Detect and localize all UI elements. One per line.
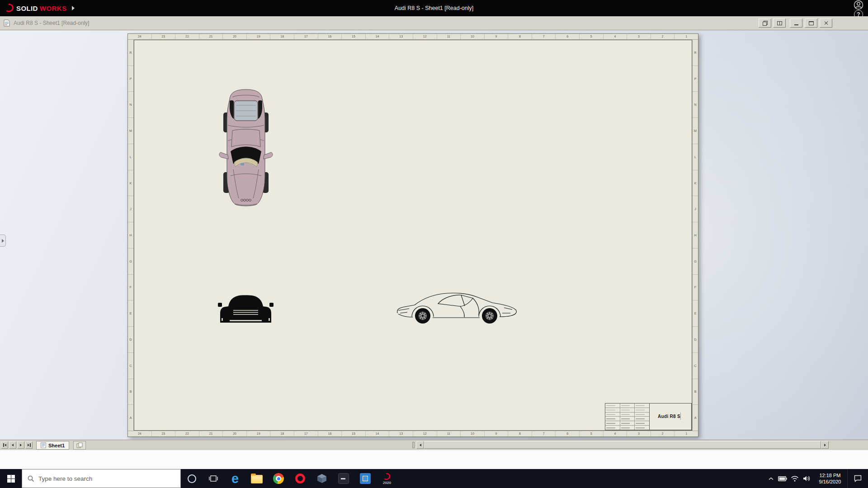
zone-number: 17 — [294, 431, 318, 436]
file-explorer-icon — [251, 475, 263, 483]
front-view-drawing[interactable] — [218, 286, 274, 325]
arrow-left-icon — [12, 444, 14, 446]
zone-letter: M — [693, 118, 698, 144]
zone-letter: R — [128, 40, 133, 66]
zone-number: 2 — [651, 34, 675, 39]
zone-letter: F — [693, 275, 698, 301]
menu-expand-arrow-icon[interactable] — [72, 6, 75, 10]
sheet-nav-next-button[interactable] — [17, 441, 24, 449]
sheet-nav-prev-button[interactable] — [9, 441, 16, 449]
zone-number: 19 — [247, 34, 271, 39]
side-view-drawing[interactable] — [394, 288, 521, 327]
network-button[interactable] — [788, 469, 801, 488]
zone-number: 8 — [508, 34, 532, 39]
add-sheet-tab[interactable] — [73, 441, 86, 450]
zone-number: 14 — [366, 34, 390, 39]
zone-number: 4 — [604, 34, 627, 39]
top-view-drawing[interactable] — [217, 87, 275, 209]
file-explorer-button[interactable] — [246, 469, 268, 488]
title-block-grid — [605, 404, 650, 430]
task-view-button[interactable] — [203, 469, 224, 488]
document-titlebar: Audi R8 S - Sheet1 [Read-only] — [0, 16, 868, 30]
featuremanager-collapse-tab[interactable] — [0, 235, 6, 247]
sheet-tab-bar: Sheet1 — [0, 440, 868, 450]
drawing-document-icon — [4, 19, 10, 28]
zone-number: 18 — [270, 431, 294, 436]
window-title: Audi R8 S - Sheet1 [Read-only] — [0, 0, 868, 16]
action-center-button[interactable] — [847, 469, 868, 488]
taskbar-app-button-4[interactable] — [354, 469, 376, 488]
zone-number: 5 — [580, 431, 604, 436]
zone-number: 14 — [366, 431, 390, 436]
sheet-icon — [41, 442, 46, 448]
zone-letter: K — [128, 170, 133, 197]
cascade-icon — [763, 21, 768, 26]
zone-number: 2 — [651, 431, 675, 436]
blue-window-app-icon — [360, 473, 371, 484]
taskbar-app-button-3[interactable] — [333, 469, 354, 488]
zone-letter: F — [128, 275, 133, 301]
tray-expand-button[interactable] — [765, 469, 776, 488]
zone-letter: H — [128, 222, 133, 249]
zone-number: 21 — [199, 431, 223, 436]
zone-ruler-bottom: 242322212019181716151413121110987654321 — [128, 431, 698, 436]
zone-number: 24 — [128, 431, 152, 436]
doc-close-button[interactable] — [820, 19, 832, 28]
system-tray: 12:18 PM 9/16/2020 — [765, 469, 868, 488]
splitter-handle[interactable] — [412, 442, 415, 448]
zone-number: 9 — [485, 431, 509, 436]
cube-app-icon — [316, 473, 327, 484]
zone-number: 10 — [461, 34, 485, 39]
clock[interactable]: 12:18 PM 9/16/2020 — [813, 472, 847, 485]
account-button[interactable] — [849, 0, 868, 10]
cortana-button[interactable] — [181, 469, 203, 488]
solidworks-taskbar-button[interactable]: 2020 — [376, 469, 398, 488]
taskbar: e 2020 — [0, 469, 868, 488]
zone-number: 8 — [508, 431, 532, 436]
logo-text-works: WORKS — [40, 5, 67, 12]
volume-icon — [803, 475, 811, 482]
arrow-right-icon — [20, 444, 22, 446]
zone-letter: H — [693, 222, 698, 249]
add-sheet-icon — [76, 442, 83, 448]
app-titlebar: SOLIDWORKS Audi R8 S - Sheet1 [Read-only… — [0, 0, 868, 16]
drawing-paper[interactable]: Audi R8 S — [134, 40, 692, 431]
taskbar-app-button-2[interactable] — [311, 469, 333, 488]
solidworks-logo[interactable]: SOLIDWORKS — [5, 0, 75, 16]
volume-button[interactable] — [801, 469, 813, 488]
doc-maximize-button[interactable] — [805, 19, 817, 28]
doc-maximize-icon — [809, 21, 814, 25]
search-box[interactable] — [22, 469, 181, 488]
scroll-right-button[interactable] — [821, 441, 829, 449]
zone-number: 12 — [413, 431, 437, 436]
search-input[interactable] — [38, 475, 165, 482]
zone-number: 17 — [294, 34, 318, 39]
zone-letter: N — [128, 92, 133, 118]
zone-number: 7 — [532, 431, 556, 436]
document-title: Audi R8 S - Sheet1 [Read-only] — [14, 16, 89, 30]
zone-number: 20 — [223, 34, 247, 39]
graphics-area[interactable]: 242322212019181716151413121110987654321 … — [0, 30, 868, 440]
clock-date: 9/16/2020 — [819, 479, 841, 485]
taskbar-app-button-1[interactable] — [289, 469, 311, 488]
chrome-button[interactable] — [268, 469, 289, 488]
scroll-left-button[interactable] — [416, 441, 424, 449]
sheet-tab-sheet1[interactable]: Sheet1 — [36, 441, 69, 450]
start-button[interactable] — [0, 469, 22, 488]
edge-button[interactable]: e — [224, 469, 246, 488]
zone-number: 15 — [342, 34, 366, 39]
zone-letter: J — [693, 196, 698, 222]
doc-cascade-button[interactable] — [759, 19, 771, 28]
doc-minimize-button[interactable] — [790, 19, 802, 28]
windows-logo-icon — [7, 475, 15, 483]
zone-letter: B — [693, 379, 698, 405]
doc-tile-button[interactable] — [773, 19, 786, 28]
zone-letter: G — [128, 249, 133, 275]
zone-number: 6 — [556, 431, 580, 436]
horizontal-scrollbar-thumb[interactable] — [424, 441, 821, 449]
sheet-nav-first-button[interactable] — [1, 441, 8, 449]
drawing-sheet[interactable]: 242322212019181716151413121110987654321 … — [127, 33, 698, 437]
zone-letter: C — [128, 353, 133, 379]
battery-button[interactable] — [776, 469, 788, 488]
sheet-nav-last-button[interactable] — [25, 441, 33, 449]
